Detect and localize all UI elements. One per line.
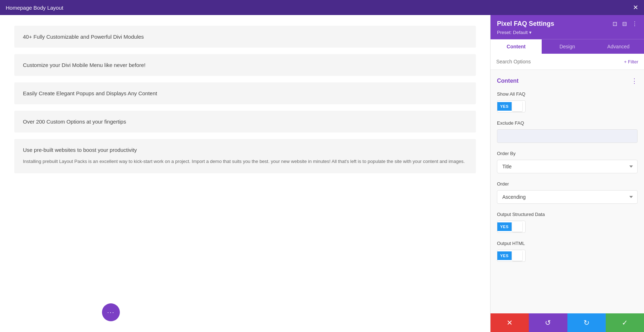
faq-item-title: 40+ Fully Customizable and Powerful Divi… [23,34,467,40]
show-all-faq-toggle[interactable]: YES [497,100,526,112]
float-button[interactable]: ··· [102,303,120,321]
panel-body: Content ⋮ Show All FAQ YES Exclude FAQ O… [491,70,644,313]
close-button[interactable]: ✕ [633,4,638,11]
cancel-button[interactable]: ✕ [491,313,529,332]
output-structured-data-field: Output Structured Data YES [497,212,638,233]
faq-item[interactable]: 40+ Fully Customizable and Powerful Divi… [14,26,476,48]
undo-button[interactable]: ↺ [529,313,567,332]
faq-item-title: Over 200 Custom Options at your fingerti… [23,119,467,125]
faq-item[interactable]: Customize your Divi Mobile Menu like nev… [14,54,476,76]
panel-header-icons: ⊡ ⊟ ⋮ [613,20,638,27]
columns-icon[interactable]: ⊟ [622,20,627,27]
exclude-faq-field: Exclude FAQ [497,120,638,143]
page-title: Homepage Body Layout [6,5,63,11]
faq-item-title: Use pre-built websites to boost your pro… [23,147,467,153]
action-bar: ✕ ↺ ↻ ✓ [491,313,644,332]
tab-advanced[interactable]: Advanced [593,39,644,54]
output-html-field: Output HTML YES [497,241,638,262]
order-by-select[interactable]: Title Date Menu Order Random [497,160,638,173]
panel-tabs: Content Design Advanced [491,39,644,54]
tab-content[interactable]: Content [491,39,542,54]
redo-button[interactable]: ↻ [567,313,606,332]
order-by-field: Order By Title Date Menu Order Random [497,151,638,173]
toggle-yes-label: YES [497,102,512,111]
content-section-header: Content ⋮ [497,77,638,85]
filter-button[interactable]: + Filter [624,59,638,64]
panel-header: Pixel FAQ Settings ⊡ ⊟ ⋮ Preset: Default… [491,15,644,39]
faq-item-title: Easily Create Elegant Popups and Display… [23,90,467,96]
tab-design[interactable]: Design [542,39,593,54]
top-bar: Homepage Body Layout ✕ [0,0,644,15]
float-button-dots: ··· [107,309,114,316]
order-select[interactable]: Ascending Descending [497,190,638,204]
content-section-title: Content [497,78,518,84]
order-label: Order [497,181,638,187]
crop-icon[interactable]: ⊡ [613,20,617,27]
output-structured-data-toggle[interactable]: YES [497,221,526,233]
output-html-label: Output HTML [497,241,638,246]
order-field: Order Ascending Descending [497,181,638,204]
panel-search: + Filter [491,54,644,70]
faq-item[interactable]: Easily Create Elegant Popups and Display… [14,82,476,104]
panel-title: Pixel FAQ Settings [497,20,554,28]
panel-header-top: Pixel FAQ Settings ⊡ ⊟ ⋮ [497,20,638,28]
output-html-knob [512,251,522,261]
faq-item-expanded[interactable]: Use pre-built websites to boost your pro… [14,139,476,173]
exclude-faq-input[interactable] [497,129,638,143]
show-all-faq-label: Show All FAQ [497,91,638,97]
content-section-menu[interactable]: ⋮ [631,77,638,85]
faq-item-title: Customize your Divi Mobile Menu like nev… [23,62,467,68]
panel-preset[interactable]: Preset: Default ▾ [497,30,532,35]
output-structured-data-yes: YES [497,222,512,231]
main-area: 40+ Fully Customizable and Powerful Divi… [0,15,644,332]
faq-item-content: Installing prebuilt Layout Packs is an e… [23,158,467,165]
exclude-faq-label: Exclude FAQ [497,120,638,126]
settings-panel: Pixel FAQ Settings ⊡ ⊟ ⋮ Preset: Default… [490,15,644,332]
output-structured-data-label: Output Structured Data [497,212,638,217]
more-icon[interactable]: ⋮ [632,20,638,27]
output-html-yes: YES [497,251,512,260]
search-input[interactable] [496,54,624,69]
output-structured-data-knob [512,222,522,232]
show-all-faq-field: Show All FAQ YES [497,91,638,112]
faq-area: 40+ Fully Customizable and Powerful Divi… [0,15,490,332]
save-button[interactable]: ✓ [606,313,644,332]
faq-list: 40+ Fully Customizable and Powerful Divi… [0,26,490,173]
faq-item[interactable]: Over 200 Custom Options at your fingerti… [14,111,476,133]
toggle-knob [512,101,522,111]
output-html-toggle[interactable]: YES [497,250,526,262]
order-by-label: Order By [497,151,638,156]
